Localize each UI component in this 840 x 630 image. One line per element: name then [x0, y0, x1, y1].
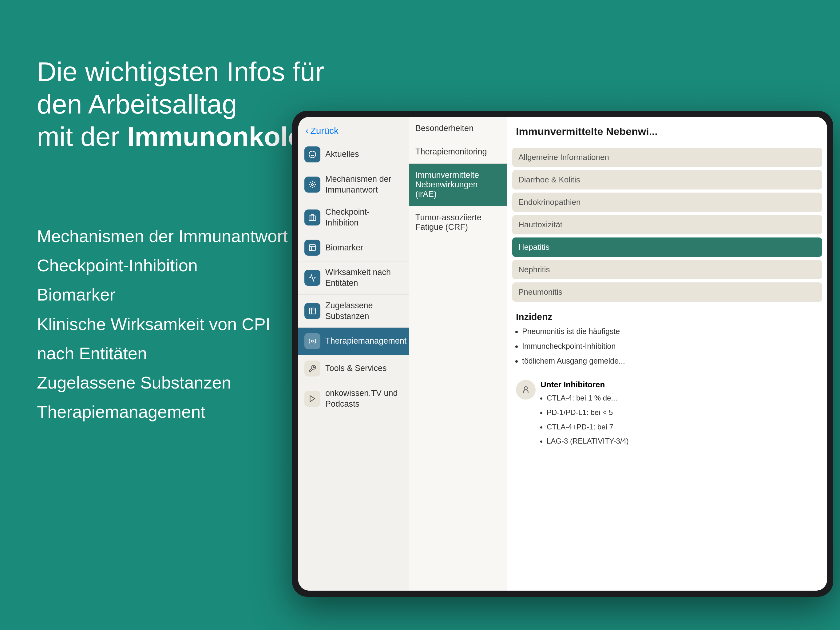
inzidenz-heading: Inzidenz	[507, 306, 827, 325]
tablet-frame: ‹ Zurück Aktuelles	[292, 111, 833, 597]
feature-item-4: Klinische Wirksamkeit von CPI	[37, 309, 287, 339]
svg-point-8	[311, 340, 314, 342]
middle-item-irae[interactable]: Immunvermittelte Nebenwirkungen (irAE)	[409, 164, 507, 206]
middle-item-fatigue[interactable]: Tumor-assoziierte Fatigue (CRF)	[409, 206, 507, 239]
inhibitoren-label: Unter Inhibitoren	[540, 380, 629, 389]
hero-title-line1: Die wichtigsten Infos für den Arbeitsall…	[37, 56, 324, 119]
nav-label-wirksamkeit: Wirksamkeit nach Entitäten	[325, 267, 403, 288]
feature-item-3: Biomarker	[37, 280, 287, 309]
tablet-device: ‹ Zurück Aktuelles	[292, 111, 833, 597]
nav-label-checkpoint: Checkpoint-Inhibition	[325, 207, 403, 228]
sidebar: ‹ Zurück Aktuelles	[298, 117, 409, 590]
nav-label-tools: Tools & Services	[325, 363, 387, 374]
right-panel-header: Immunvermittelte Nebenwi...	[507, 117, 827, 144]
inhibitoren-bullet-1: PD-1/PD-L1: bei < 5	[547, 406, 629, 419]
feature-item-1: Mechanismen der Immunantwort	[37, 222, 287, 251]
substanzen-icon	[305, 303, 321, 319]
inhibitoren-row: Unter Inhibitoren CTLA-4: bei 1 % de... …	[507, 375, 827, 454]
tab-allgemein[interactable]: Allgemeine Informationen	[512, 148, 822, 167]
nav-label-aktuelles: Aktuelles	[325, 149, 359, 160]
svg-marker-9	[310, 396, 314, 402]
tab-hepatitis[interactable]: Hepatitis	[512, 237, 822, 257]
svg-rect-5	[309, 245, 316, 251]
nav-item-substanzen[interactable]: Zugelassene Substanzen	[298, 295, 409, 328]
back-label: Zurück	[310, 125, 338, 136]
nav-item-aktuelles[interactable]: Aktuelles	[298, 141, 409, 168]
right-panel: Immunvermittelte Nebenwi... Allgemeine I…	[507, 117, 827, 590]
feature-item-6: Zugelassene Substanzen	[37, 368, 287, 397]
nav-label-therapie: Therapiemanagement	[325, 336, 406, 347]
svg-point-10	[524, 387, 527, 390]
nav-label-substanzen: Zugelassene Substanzen	[325, 300, 403, 322]
nav-item-checkpoint[interactable]: Checkpoint-Inhibition	[298, 201, 409, 234]
tab-diarrhoe[interactable]: Diarrhoe & Kolitis	[512, 170, 822, 190]
checkpoint-icon	[305, 209, 321, 225]
inhibitoren-bullet-3: LAG-3 (RELATIVITY-3/4)	[547, 435, 629, 448]
svg-point-0	[309, 151, 316, 158]
nav-label-mechanismen: Mechanismen der Immunantwort	[325, 174, 403, 195]
wirksamkeit-icon	[305, 270, 321, 286]
back-button[interactable]: ‹ Zurück	[298, 117, 409, 141]
tab-endokrinopathien[interactable]: Endokrinopathien	[512, 193, 822, 212]
nav-item-mechanismen[interactable]: Mechanismen der Immunantwort	[298, 168, 409, 201]
biomarker-icon	[305, 240, 321, 256]
mechanismen-icon	[305, 177, 321, 193]
bullet-1: Immuncheckpoint-Inhibition	[522, 340, 818, 352]
tablet-screen: ‹ Zurück Aktuelles	[298, 117, 827, 590]
nav-item-wirksamkeit[interactable]: Wirksamkeit nach Entitäten	[298, 261, 409, 294]
nav-items-list: Aktuelles Mechanismen der Immunantwort	[298, 141, 409, 590]
tab-pneumonitis[interactable]: Pneumonitis	[512, 282, 822, 302]
therapie-icon	[305, 333, 321, 349]
tab-nephritis[interactable]: Nephritis	[512, 260, 822, 279]
nav-item-onkowissen[interactable]: onkowissen.TV und Podcasts	[298, 382, 409, 415]
nav-label-biomarker: Biomarker	[325, 242, 363, 253]
feature-list: Mechanismen der Immunantwort Checkpoint-…	[37, 222, 287, 426]
nav-item-biomarker[interactable]: Biomarker	[298, 234, 409, 261]
nav-item-therapie[interactable]: Therapiemanagement	[298, 328, 409, 355]
inhibitoren-content: Unter Inhibitoren CTLA-4: bei 1 % de... …	[540, 380, 629, 450]
middle-item-monitoring[interactable]: Therapiemonitoring	[409, 140, 507, 164]
condition-tabs: Allgemeine Informationen Diarrhoe & Koli…	[507, 144, 827, 306]
middle-panel: Besonderheiten Therapiemonitoring Immunv…	[409, 117, 507, 590]
tools-icon	[305, 361, 321, 377]
aktuelles-icon	[305, 146, 321, 162]
svg-point-3	[311, 184, 314, 186]
app-content: ‹ Zurück Aktuelles	[298, 117, 827, 590]
nav-item-tools[interactable]: Tools & Services	[298, 355, 409, 382]
middle-item-besonderheiten[interactable]: Besonderheiten	[409, 117, 507, 140]
onkowissen-icon	[305, 391, 321, 407]
inzidenz-bullets: Pneumonitis ist die häufigste Immuncheck…	[507, 325, 827, 375]
inhibitoren-bullets: CTLA-4: bei 1 % de... PD-1/PD-L1: bei < …	[540, 392, 629, 448]
feature-item-2: Checkpoint-Inhibition	[37, 251, 287, 280]
bullet-0: Pneumonitis ist die häufigste	[522, 325, 818, 337]
inhibitoren-bullet-2: CTLA-4+PD-1: bei 7	[547, 421, 629, 434]
back-chevron-icon: ‹	[306, 126, 308, 136]
bullet-2: tödlichem Ausgang gemelde...	[522, 355, 818, 367]
nav-label-onkowissen: onkowissen.TV und Podcasts	[325, 388, 403, 410]
inhibitoren-bullet-0: CTLA-4: bei 1 % de...	[547, 392, 629, 405]
svg-rect-4	[309, 216, 316, 220]
inhibitoren-icon	[516, 380, 535, 400]
feature-item-5: nach Entitäten	[37, 339, 287, 368]
tab-hauttoxizitaet[interactable]: Hauttoxizität	[512, 215, 822, 234]
feature-item-7: Therapiemanagement	[37, 397, 287, 426]
